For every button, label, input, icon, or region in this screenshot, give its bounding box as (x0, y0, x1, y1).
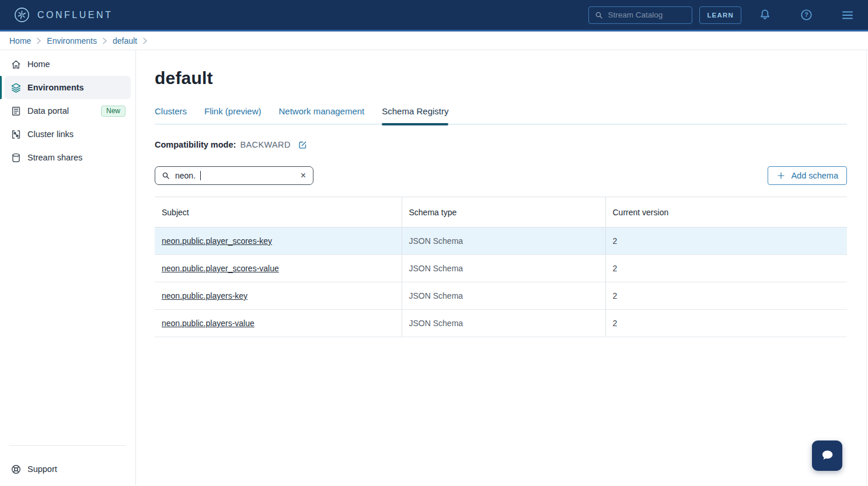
current-version-cell: 2 (605, 228, 847, 255)
navbar-actions: LEARN ? (588, 6, 857, 25)
clear-search-button[interactable]: × (299, 171, 307, 180)
compatibility-mode-label: Compatibility mode: (155, 140, 236, 149)
breadcrumb-default[interactable]: default (113, 36, 137, 46)
chevron-right-icon (142, 37, 148, 44)
schemas-table: Subject Schema type Current version neon… (155, 197, 847, 337)
table-controls: neon. × Add schema (155, 166, 847, 185)
breadcrumb: Home Environments default (0, 32, 868, 50)
chevron-right-icon (102, 37, 107, 44)
svg-text:?: ? (804, 11, 808, 18)
main-content: default Clusters Flink (preview) Network… (136, 50, 868, 485)
sidebar-footer: Support (0, 445, 135, 485)
tab-flink-preview[interactable]: Flink (preview) (204, 106, 262, 124)
notifications-button[interactable] (755, 6, 774, 25)
sidebar-item-label: Environments (27, 83, 84, 92)
sidebar-item-cluster-links[interactable]: Cluster links (5, 123, 131, 146)
new-badge: New (101, 106, 126, 117)
current-version-cell: 2 (605, 282, 847, 310)
schema-search-input[interactable]: neon. × (155, 166, 313, 185)
table-row[interactable]: neon.public.player_scores-value JSON Sch… (155, 255, 847, 282)
sidebar-item-home[interactable]: Home (5, 53, 131, 76)
hamburger-menu-icon (841, 8, 855, 22)
breadcrumb-environments[interactable]: Environments (47, 36, 97, 46)
tab-clusters[interactable]: Clusters (155, 106, 187, 124)
subject-link[interactable]: neon.public.player_scores-key (162, 236, 272, 246)
tab-bar: Clusters Flink (preview) Network managem… (155, 106, 847, 125)
search-icon (594, 11, 604, 20)
help-icon: ? (800, 8, 813, 22)
scrollbar-track-edge (866, 50, 867, 486)
tab-schema-registry[interactable]: Schema Registry (382, 106, 448, 124)
subject-link[interactable]: neon.public.players-value (162, 319, 255, 328)
compatibility-mode-row: Compatibility mode: BACKWARD (155, 138, 847, 151)
sidebar-item-stream-shares[interactable]: Stream shares (5, 146, 131, 169)
compatibility-mode-value: BACKWARD (240, 140, 290, 149)
schema-type-cell: JSON Schema (402, 255, 605, 282)
table-header-row: Subject Schema type Current version (155, 197, 847, 228)
cluster-links-icon (11, 129, 22, 140)
help-button[interactable]: ? (797, 6, 815, 25)
top-navbar: CONFLUENT LEARN (0, 0, 868, 32)
schema-type-cell: JSON Schema (402, 228, 605, 255)
add-schema-button[interactable]: Add schema (768, 166, 847, 185)
edit-compatibility-button[interactable] (297, 138, 309, 151)
subject-link[interactable]: neon.public.players-key (162, 291, 247, 300)
edit-icon (298, 140, 308, 150)
confluent-logo[interactable]: CONFLUENT (14, 7, 113, 23)
tab-network-management[interactable]: Network management (279, 106, 365, 124)
current-version-cell: 2 (605, 255, 847, 282)
database-icon (11, 152, 22, 163)
confluent-starburst-icon (14, 7, 30, 23)
sidebar-item-data-portal[interactable]: Data portal New (5, 99, 131, 123)
main-menu-button[interactable] (838, 6, 857, 25)
home-icon (11, 59, 22, 70)
schema-type-cell: JSON Schema (402, 310, 605, 337)
sidebar-item-label: Home (27, 60, 50, 69)
search-icon (161, 171, 170, 180)
column-header-schema-type: Schema type (402, 197, 605, 228)
current-version-cell: 2 (605, 310, 847, 337)
chat-widget-button[interactable] (812, 440, 842, 471)
schema-search-value: neon. (175, 171, 196, 180)
sidebar-item-label: Data portal (27, 106, 69, 116)
sidebar-divider (9, 445, 126, 446)
learn-button[interactable]: LEARN (699, 6, 741, 24)
text-cursor (200, 171, 201, 180)
schema-type-cell: JSON Schema (402, 282, 605, 310)
sidebar-item-environments[interactable]: Environments (5, 76, 131, 99)
column-header-current-version: Current version (605, 197, 847, 228)
subject-link[interactable]: neon.public.player_scores-value (162, 264, 279, 273)
sidebar-item-support[interactable]: Support (5, 456, 131, 482)
brand-wordmark: CONFLUENT (37, 10, 113, 20)
page-layout: Home Environments Data portal New (0, 50, 868, 485)
sidebar-item-label: Stream shares (27, 153, 82, 162)
sidebar-item-label: Support (27, 464, 57, 474)
document-icon (11, 106, 22, 117)
sidebar: Home Environments Data portal New (0, 50, 136, 485)
chat-bubble-icon (819, 447, 835, 464)
stream-catalog-search[interactable] (588, 6, 692, 24)
column-header-subject: Subject (155, 197, 402, 228)
stream-catalog-input[interactable] (608, 11, 686, 19)
table-row[interactable]: neon.public.player_scores-key JSON Schem… (155, 228, 847, 255)
bell-icon (758, 8, 772, 22)
sidebar-item-label: Cluster links (27, 130, 74, 139)
layers-icon (11, 82, 22, 93)
plus-icon (776, 171, 786, 180)
table-row[interactable]: neon.public.players-value JSON Schema 2 (155, 310, 847, 337)
chevron-right-icon (36, 37, 41, 44)
life-buoy-icon (11, 464, 22, 475)
page-title: default (155, 68, 847, 88)
add-schema-label: Add schema (791, 171, 838, 180)
table-row[interactable]: neon.public.players-key JSON Schema 2 (155, 282, 847, 310)
app-window: CONFLUENT LEARN (0, 0, 868, 486)
breadcrumb-home[interactable]: Home (9, 36, 31, 46)
